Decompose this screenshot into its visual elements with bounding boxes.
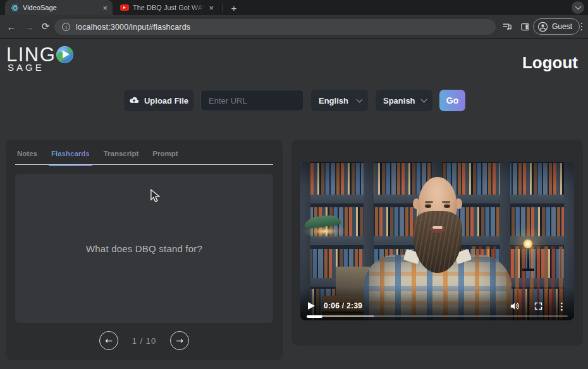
close-icon[interactable]: ×: [209, 4, 214, 12]
tab-notes[interactable]: Notes: [17, 150, 37, 157]
target-language-select[interactable]: Spanish: [376, 90, 432, 111]
browser-menu-button[interactable]: ⋮: [575, 20, 588, 33]
side-panel-button[interactable]: [518, 20, 531, 33]
tab-divider: [223, 4, 223, 11]
video-url-input[interactable]: [200, 90, 304, 111]
close-icon[interactable]: ×: [102, 4, 107, 12]
globe-play-icon: [56, 46, 73, 63]
video-panel: 0:06 / 2:39 ⋮: [291, 140, 583, 346]
flashcard-question: What does DBQ stand for?: [86, 243, 202, 254]
flashcard[interactable]: What does DBQ stand for?: [15, 174, 273, 323]
chevron-down-icon: [357, 97, 363, 103]
video-controls: 0:06 / 2:39 ⋮: [300, 299, 574, 313]
tab-flashcards[interactable]: Flashcards: [51, 150, 90, 157]
new-tab-button[interactable]: +: [228, 1, 240, 14]
cloud-upload-icon: [129, 95, 139, 106]
study-panel: Notes Flashcards Transcript Prompt What …: [6, 140, 283, 360]
app-logo[interactable]: LING SAGE: [6, 45, 73, 73]
video-player[interactable]: 0:06 / 2:39 ⋮: [300, 162, 574, 320]
prev-card-button[interactable]: ←: [99, 331, 118, 350]
source-language-select[interactable]: English: [311, 90, 368, 111]
tab-search-button[interactable]: [572, 1, 584, 14]
play-icon[interactable]: [308, 302, 315, 310]
progress-played: [307, 315, 322, 318]
flashcard-nav: ← 1 / 10 →: [6, 331, 283, 350]
tabs-underline: [15, 164, 273, 165]
logo-text-bottom: SAGE: [6, 62, 73, 73]
tab-transcript[interactable]: Transcript: [104, 150, 139, 157]
tab-title: The DBQ Just Got WAY EASI: [133, 4, 205, 11]
back-button[interactable]: ←: [5, 20, 18, 33]
content-tabs: Notes Flashcards Transcript Prompt: [6, 140, 283, 165]
tab-title: VideoSage: [23, 4, 99, 11]
tab-prompt[interactable]: Prompt: [152, 150, 178, 157]
flashcard-counter: 1 / 10: [126, 336, 162, 346]
profile-label: Guest: [552, 22, 572, 31]
fullscreen-icon[interactable]: [534, 301, 543, 311]
source-language-value: English: [319, 96, 348, 106]
target-language-value: Spanish: [383, 96, 415, 106]
forward-button[interactable]: →: [23, 20, 35, 33]
video-menu-icon[interactable]: ⋮: [557, 301, 567, 311]
address-bar[interactable]: i localhost:3000/input#flashcards: [54, 19, 496, 35]
profile-button[interactable]: Guest: [533, 18, 580, 35]
site-info-icon[interactable]: i: [62, 23, 70, 31]
avatar: [537, 21, 548, 32]
browser-tab-videosage[interactable]: VideoSage ×: [5, 0, 113, 15]
chevron-down-icon: [421, 97, 427, 103]
browser-tab-youtube[interactable]: The DBQ Just Got WAY EASI ×: [115, 0, 219, 15]
mouth: [430, 225, 445, 233]
youtube-icon: [120, 3, 129, 12]
browser-toolbar: ← → ⟳ i localhost:3000/input#flashcards …: [0, 15, 588, 39]
go-button[interactable]: Go: [439, 90, 465, 111]
upload-file-label: Upload File: [144, 96, 188, 106]
logout-button[interactable]: Logout: [522, 53, 578, 73]
refresh-button[interactable]: ⟳: [39, 20, 52, 33]
react-atom-icon: [10, 3, 19, 12]
upload-file-button[interactable]: Upload File: [124, 90, 193, 111]
chevron-down-icon: [575, 4, 581, 10]
edison-lamp: [519, 235, 538, 273]
time-display: 0:06 / 2:39: [324, 301, 362, 310]
screen: VideoSage × The DBQ Just Got WAY EASI × …: [0, 0, 588, 369]
url-text: localhost:3000/input#flashcards: [76, 23, 190, 32]
video-progress-bar[interactable]: [307, 315, 568, 317]
media-controls-button[interactable]: [501, 20, 513, 33]
browser-tabstrip: VideoSage × The DBQ Just Got WAY EASI × …: [0, 0, 588, 15]
volume-icon[interactable]: [509, 301, 520, 312]
next-card-button[interactable]: →: [170, 331, 189, 350]
